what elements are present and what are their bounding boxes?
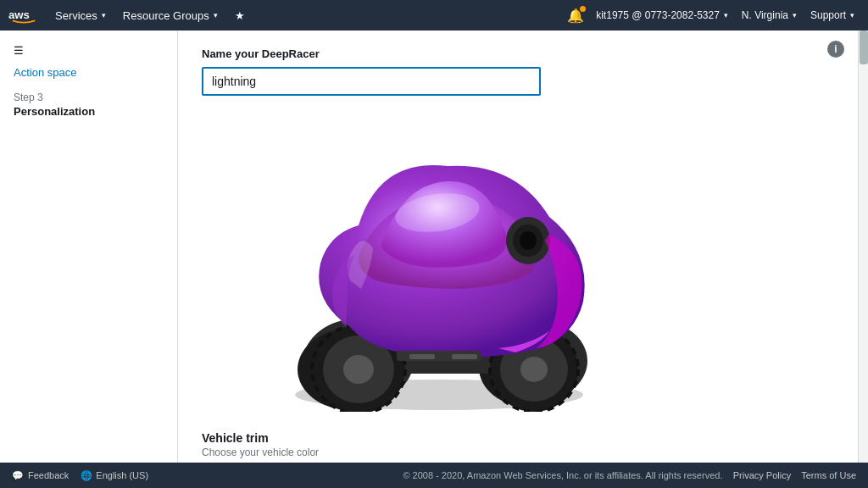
trim-title: Vehicle trim bbox=[202, 431, 834, 445]
region-label: N. Virginia bbox=[742, 9, 788, 21]
footer-right: © 2008 - 2020, Amazon Web Services, Inc.… bbox=[403, 470, 856, 480]
main-content: i Name your DeepRacer bbox=[178, 30, 858, 463]
deepracer-name-input[interactable] bbox=[202, 67, 541, 96]
star-icon: ★ bbox=[235, 9, 245, 22]
sidebar-action-space-link[interactable]: Action space bbox=[0, 62, 177, 83]
car-visualization bbox=[202, 111, 676, 416]
page-footer: 💬 Feedback 🌐 English (US) © 2008 - 2020,… bbox=[0, 463, 868, 488]
user-chevron-icon: ▾ bbox=[724, 11, 728, 19]
language-selector[interactable]: 🌐 English (US) bbox=[81, 470, 148, 481]
scrollbar-track[interactable] bbox=[858, 30, 868, 463]
scrollbar-thumb[interactable] bbox=[860, 30, 868, 64]
svg-text:aws: aws bbox=[8, 8, 30, 21]
sidebar-step-number: Step 3 bbox=[0, 83, 177, 105]
privacy-policy-link[interactable]: Privacy Policy bbox=[733, 470, 794, 480]
language-label: English (US) bbox=[96, 470, 148, 480]
user-menu-button[interactable]: kit1975 @ 0773-2082-5327 ▾ bbox=[591, 8, 733, 23]
page-layout: ☰ Action space Step 3 Personalization i … bbox=[0, 30, 868, 463]
services-nav-button[interactable]: Services ▾ bbox=[49, 8, 112, 24]
nav-right-section: 🔔 kit1975 @ 0773-2082-5327 ▾ N. Virginia… bbox=[567, 8, 860, 24]
chat-icon: 💬 bbox=[12, 470, 24, 481]
region-menu-button[interactable]: N. Virginia ▾ bbox=[737, 8, 802, 23]
notification-dot bbox=[580, 6, 586, 12]
trim-subtitle: Choose your vehicle color bbox=[202, 446, 834, 458]
sidebar-step-name: Personalization bbox=[0, 105, 177, 123]
support-menu-button[interactable]: Support ▾ bbox=[805, 8, 860, 23]
name-section-label: Name your DeepRacer bbox=[202, 47, 834, 60]
resource-groups-label: Resource Groups bbox=[123, 9, 209, 22]
action-space-label: Action space bbox=[14, 66, 76, 79]
info-icon[interactable]: i bbox=[827, 41, 844, 58]
support-chevron-icon: ▾ bbox=[850, 11, 854, 19]
region-chevron-icon: ▾ bbox=[793, 11, 797, 19]
globe-icon: 🌐 bbox=[81, 470, 92, 481]
svg-point-9 bbox=[343, 355, 374, 384]
car-svg bbox=[227, 115, 651, 412]
svg-point-13 bbox=[520, 357, 548, 382]
copyright-text: © 2008 - 2020, Amazon Web Services, Inc.… bbox=[403, 470, 722, 480]
terms-of-use-link[interactable]: Terms of Use bbox=[801, 470, 856, 480]
services-chevron-icon: ▾ bbox=[102, 11, 106, 19]
notifications-bell[interactable]: 🔔 bbox=[567, 8, 584, 24]
favorites-nav-button[interactable]: ★ bbox=[229, 8, 251, 24]
svg-rect-20 bbox=[409, 354, 435, 359]
user-label: kit1975 @ 0773-2082-5327 bbox=[596, 9, 720, 21]
feedback-button[interactable]: 💬 Feedback bbox=[12, 470, 69, 481]
support-label: Support bbox=[810, 9, 846, 21]
resource-groups-nav-button[interactable]: Resource Groups ▾ bbox=[117, 8, 224, 24]
svg-rect-21 bbox=[452, 354, 477, 359]
aws-logo: aws bbox=[8, 6, 39, 25]
footer-left: 💬 Feedback 🌐 English (US) bbox=[12, 470, 148, 481]
top-navigation: aws Services ▾ Resource Groups ▾ ★ 🔔 kit… bbox=[0, 0, 868, 30]
services-label: Services bbox=[55, 9, 97, 22]
svg-point-18 bbox=[520, 231, 537, 250]
resource-groups-chevron-icon: ▾ bbox=[214, 11, 218, 19]
vehicle-trim-section: Vehicle trim Choose your vehicle color P… bbox=[202, 431, 834, 463]
hamburger-icon: ☰ bbox=[14, 44, 24, 57]
privacy-label: Privacy Policy bbox=[733, 470, 791, 480]
feedback-label: Feedback bbox=[28, 470, 69, 480]
sidebar-menu-toggle[interactable]: ☰ bbox=[0, 39, 177, 62]
sidebar: ☰ Action space Step 3 Personalization bbox=[0, 30, 178, 463]
terms-label: Terms of Use bbox=[801, 470, 856, 480]
